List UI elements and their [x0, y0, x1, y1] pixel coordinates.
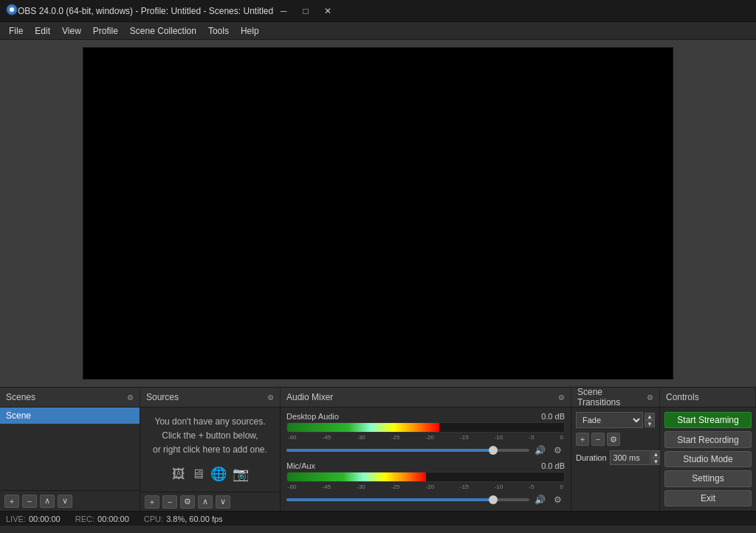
- sources-content: You don't have any sources. Click the + …: [140, 408, 281, 511]
- transition-settings-button[interactable]: ⚙: [607, 433, 620, 446]
- desktop-audio-header: Desktop Audio 0.0 dB: [286, 412, 565, 421]
- title-bar-controls: ─ □ ✕: [273, 4, 338, 18]
- app-icon: [6, 4, 18, 18]
- duration-input[interactable]: [610, 450, 650, 465]
- scenes-list: Scene: [0, 408, 140, 490]
- scenes-add-button[interactable]: +: [4, 495, 19, 508]
- mixer-panel-header: Audio Mixer ⚙: [281, 388, 571, 407]
- sources-type-icons: 🖼 🖥 🌐 📷: [172, 464, 249, 485]
- exit-button[interactable]: Exit: [664, 490, 752, 506]
- scenes-panel-icon[interactable]: ⚙: [127, 393, 134, 402]
- menu-edit[interactable]: Edit: [29, 24, 56, 38]
- menu-view[interactable]: View: [56, 24, 87, 38]
- transition-select-wrapper: Fade Cut Swipe Slide Stinger Luma Wipe ▲…: [576, 412, 655, 428]
- mic-aux-controls: 🔊 ⚙: [286, 493, 565, 506]
- status-bar: LIVE: 00:00:00 REC: 00:00:00 CPU: 3.8%, …: [0, 511, 756, 526]
- scenes-panel-title: Scenes: [6, 392, 35, 402]
- transition-spinner-down[interactable]: ▼: [645, 420, 655, 427]
- scene-item[interactable]: Scene: [0, 408, 140, 424]
- window-title: OBS 24.0.0 (64-bit, windows) - Profile: …: [18, 6, 273, 16]
- mic-aux-name: Mic/Aux: [286, 461, 315, 470]
- desktop-audio-slider[interactable]: [286, 449, 529, 452]
- mic-aux-slider[interactable]: [286, 498, 529, 501]
- transitions-panel-header: Scene Transitions ⚙: [571, 388, 660, 407]
- desktop-audio-meter: [286, 422, 565, 433]
- sources-empty-line2: Click the + button below,: [162, 429, 258, 443]
- desktop-audio-settings-button[interactable]: ⚙: [550, 444, 565, 457]
- menu-scene-collection[interactable]: Scene Collection: [124, 24, 202, 38]
- title-bar: OBS 24.0.0 (64-bit, windows) - Profile: …: [0, 0, 756, 22]
- mic-aux-scale: -60 -45 -30 -25 -20 -15 -10 -5 0: [286, 484, 565, 490]
- scenes-remove-button[interactable]: −: [22, 495, 37, 508]
- settings-button[interactable]: Settings: [664, 470, 752, 486]
- scenes-content: Scene + − ∧ ∨: [0, 408, 140, 511]
- live-value: 00:00:00: [29, 515, 61, 523]
- scenes-down-button[interactable]: ∨: [58, 495, 72, 508]
- menu-help[interactable]: Help: [235, 24, 265, 38]
- menu-tools[interactable]: Tools: [202, 24, 235, 38]
- sources-up-button[interactable]: ∧: [198, 495, 213, 509]
- sources-add-button[interactable]: +: [145, 495, 159, 509]
- sources-settings-button[interactable]: ⚙: [180, 495, 195, 509]
- display-source-icon: 🖥: [191, 464, 205, 485]
- cpu-label: CPU:: [144, 515, 163, 523]
- rec-label: REC:: [75, 515, 94, 523]
- mic-aux-header: Mic/Aux 0.0 dB: [286, 461, 565, 470]
- panel-content: Scene + − ∧ ∨ You don't have any sources…: [0, 408, 756, 511]
- mic-aux-channel: Mic/Aux 0.0 dB -60 -45 -30 -25 -20 -15 -…: [286, 461, 565, 506]
- transition-add-button[interactable]: +: [576, 433, 589, 446]
- rec-value: 00:00:00: [97, 515, 129, 523]
- mic-aux-meter-fill: [287, 472, 426, 481]
- minimize-button[interactable]: ─: [273, 4, 294, 18]
- desktop-audio-meter-fill: [287, 423, 439, 432]
- scenes-toolbar: + − ∧ ∨: [0, 490, 140, 511]
- sources-panel-icon[interactable]: ⚙: [267, 393, 274, 402]
- scenes-up-button[interactable]: ∧: [40, 495, 55, 508]
- menu-bar: File Edit View Profile Scene Collection …: [0, 22, 756, 40]
- mixer-content: Desktop Audio 0.0 dB -60 -45 -30 -25 -20…: [281, 408, 571, 511]
- transition-spinner-up[interactable]: ▲: [645, 413, 655, 420]
- sources-panel-header: Sources ⚙: [140, 388, 281, 407]
- controls-panel-title: Controls: [666, 392, 699, 402]
- transition-spinner: ▲ ▼: [645, 413, 655, 427]
- transition-remove-button[interactable]: −: [591, 433, 605, 446]
- sources-empty-message: You don't have any sources. Click the + …: [140, 408, 280, 492]
- preview-canvas: [83, 47, 673, 379]
- rec-status: REC: 00:00:00: [75, 515, 129, 523]
- camera-source-icon: 📷: [233, 464, 249, 485]
- cpu-status: CPU: 3.8%, 60.00 fps: [144, 515, 223, 523]
- duration-label: Duration: [576, 453, 607, 462]
- browser-source-icon: 🌐: [210, 464, 227, 485]
- transitions-panel-title: Scene Transitions: [577, 387, 647, 408]
- menu-file[interactable]: File: [3, 24, 29, 38]
- mixer-panel-icon[interactable]: ⚙: [558, 393, 565, 402]
- live-status: LIVE: 00:00:00: [6, 515, 61, 523]
- desktop-audio-name: Desktop Audio: [286, 412, 339, 421]
- studio-mode-button[interactable]: Studio Mode: [664, 451, 752, 467]
- controls-content: Start Streaming Start Recording Studio M…: [660, 408, 756, 511]
- sources-remove-button[interactable]: −: [162, 495, 177, 509]
- sources-panel-title: Sources: [146, 392, 179, 402]
- image-source-icon: 🖼: [172, 464, 185, 485]
- menu-profile[interactable]: Profile: [87, 24, 124, 38]
- start-recording-button[interactable]: Start Recording: [664, 431, 752, 447]
- sources-down-button[interactable]: ∨: [216, 495, 230, 509]
- transitions-content: Fade Cut Swipe Slide Stinger Luma Wipe ▲…: [571, 408, 660, 511]
- transitions-panel-icon[interactable]: ⚙: [647, 393, 653, 402]
- desktop-audio-db: 0.0 dB: [541, 412, 565, 421]
- mixer-panel-title: Audio Mixer: [286, 392, 333, 402]
- main-preview-area: [0, 40, 756, 387]
- close-button[interactable]: ✕: [317, 4, 338, 18]
- svg-point-1: [10, 7, 14, 12]
- desktop-audio-mute-button[interactable]: 🔊: [532, 444, 547, 457]
- maximize-button[interactable]: □: [295, 4, 316, 18]
- live-label: LIVE:: [6, 515, 26, 523]
- start-streaming-button[interactable]: Start Streaming: [664, 412, 752, 428]
- scenes-panel-header: Scenes ⚙: [0, 388, 140, 407]
- mic-aux-mute-button[interactable]: 🔊: [532, 493, 547, 506]
- desktop-audio-channel: Desktop Audio 0.0 dB -60 -45 -30 -25 -20…: [286, 412, 565, 457]
- duration-row: Duration ▲ ▼: [576, 450, 655, 465]
- transition-select[interactable]: Fade Cut Swipe Slide Stinger Luma Wipe: [576, 412, 643, 428]
- mic-aux-settings-button[interactable]: ⚙: [550, 493, 565, 506]
- sources-toolbar: + − ⚙ ∧ ∨: [140, 492, 280, 511]
